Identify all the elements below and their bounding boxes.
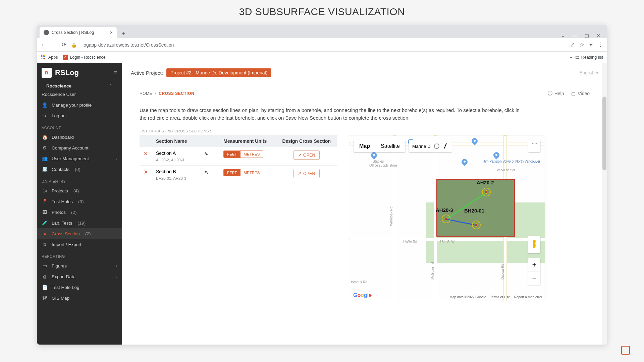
borehole-marker[interactable] (482, 188, 491, 196)
polyline-icon[interactable]: 〳 (443, 143, 448, 149)
streetview-pegman-icon[interactable] (528, 236, 540, 253)
active-project-chip[interactable]: Project #2 - Marine Dr, Development (Imp… (166, 68, 271, 77)
sidebar-item-exportdata[interactable]: ⎙Export Data› (37, 271, 122, 282)
svg-point-2 (533, 240, 536, 243)
sidebar-item-figures[interactable]: ▭Figures› (37, 260, 122, 271)
bookmark-login[interactable]: c Login - Rocscience (63, 55, 106, 60)
maximize-icon[interactable]: ▢ (585, 33, 589, 38)
tabs-dropdown-icon[interactable]: ⌄ (561, 33, 565, 38)
corner-expand-icon[interactable] (621, 346, 630, 355)
section-name[interactable]: Section A (156, 150, 176, 156)
map-type-toggle[interactable]: Map Satellite (354, 140, 405, 152)
crosssection-count: (2) (85, 231, 91, 236)
bookmarks-overflow-icon[interactable]: » (570, 55, 572, 60)
tenant-block[interactable]: Rocscience ⌃ Rocscience User (37, 81, 122, 100)
road-label: 15th St W (440, 240, 454, 244)
scrollbar-thumb[interactable] (602, 97, 606, 170)
section-name[interactable]: Section B (156, 169, 176, 174)
map-poi-icon[interactable] (371, 152, 377, 160)
map-selector-text: Marine D (412, 144, 431, 149)
refresh-icon[interactable] (434, 143, 439, 149)
sidebar-item-labtests[interactable]: 🧪Lab. Tests(19) (37, 218, 122, 228)
edit-icon[interactable]: ✎ (204, 170, 208, 175)
edit-icon[interactable]: ✎ (204, 151, 208, 157)
section-holes: BH20-01, AH20-3 (156, 176, 215, 180)
sidebar-item-import-export[interactable]: ⇅Import / Export (37, 239, 122, 250)
sidebar-item-dashboard[interactable]: 🏠Dashboard (37, 132, 122, 142)
sidebar-item-company[interactable]: ⚙Company Account (37, 142, 122, 153)
unit-metres[interactable]: METRES (240, 151, 263, 158)
map-section-selector[interactable]: Marine D 〳 (409, 140, 452, 152)
extensions-icon[interactable]: ✦ (589, 42, 593, 48)
browser-tab[interactable]: Cross Section | RSLog × (40, 27, 117, 38)
map-type-satellite[interactable]: Satellite (375, 140, 405, 152)
minimize-icon[interactable]: — (573, 33, 577, 38)
lock-icon[interactable]: 🔒 (71, 42, 77, 48)
breadcrumb-home[interactable]: HOME (140, 91, 152, 96)
sidebar-item-contacts[interactable]: 📇Contacts(0) (37, 164, 122, 175)
borehole-marker[interactable] (442, 215, 450, 223)
map-terms[interactable]: Terms of Use (490, 295, 510, 299)
install-app-icon[interactable]: ⤢ (570, 42, 575, 48)
map-type-map[interactable]: Map (354, 140, 375, 152)
favicon-icon (44, 30, 49, 35)
kebab-menu-icon[interactable]: ⋮ (598, 42, 603, 48)
brand-name: RSLog (55, 68, 79, 77)
sidebar-item-projects[interactable]: 🗂Projects(4) (37, 185, 122, 196)
zoom-out-icon[interactable]: − (528, 272, 540, 285)
fullscreen-icon[interactable]: ⛶ (528, 140, 540, 152)
close-window-icon[interactable]: ✕ (596, 33, 600, 38)
map-poi-icon[interactable] (493, 152, 499, 160)
sidebar-item-gismap[interactable]: 🗺GIS Map (37, 293, 122, 303)
close-tab-icon[interactable]: × (110, 30, 113, 35)
sidebar-item-logout[interactable]: ↪ Log out (37, 110, 122, 121)
url-bar: ← → ⟳ 🔒 ilogapp-dev.azurewebsites.net/Cr… (37, 38, 607, 52)
map-label: Jim Pattison Volvo of North Vancouver (483, 160, 540, 163)
sidebar-item-photos[interactable]: 🖼Photos(2) (37, 207, 122, 218)
open-button[interactable]: ↗OPEN (293, 169, 319, 178)
new-tab-button[interactable]: + (119, 29, 128, 38)
unit-metres[interactable]: METRES (240, 169, 263, 176)
sidebar-item-testholes[interactable]: 📍Test Holes(3) (37, 196, 122, 207)
back-icon[interactable]: ← (41, 42, 47, 48)
sidebar-item-profile[interactable]: 👤 Manage your profile (37, 100, 122, 110)
scrollbar[interactable] (602, 63, 607, 345)
photos-count: (2) (71, 210, 77, 215)
sidebar-item-testholelog[interactable]: 📄Test Hole Log (37, 282, 122, 293)
star-icon[interactable]: ☆ (579, 42, 584, 48)
apps-shortcut[interactable]: Apps (41, 55, 58, 60)
delete-row-icon[interactable]: ✕ (144, 151, 148, 157)
map-poi-icon[interactable] (472, 138, 478, 146)
map-panel[interactable]: Park LAWA Rd 15th St W Whonoak Rd McGuir… (349, 135, 545, 301)
log-icon: 📄 (42, 285, 48, 290)
open-button[interactable]: ↗OPEN (293, 150, 319, 160)
road-label: tsmauk Rd (351, 280, 367, 284)
map-poi-icon[interactable] (462, 159, 468, 167)
testholes-icon: 📍 (42, 199, 48, 204)
sidebar-toggle-icon[interactable]: ≡ (114, 69, 117, 76)
unit-feet[interactable]: FEET (224, 151, 240, 158)
col-design: Design Cross Section (276, 135, 337, 147)
zoom-in-icon[interactable]: + (528, 258, 540, 272)
language-selector[interactable]: English ▾ (579, 70, 598, 75)
reload-icon[interactable]: ⟳ (62, 41, 66, 48)
map-report[interactable]: Report a map error (514, 295, 542, 299)
delete-row-icon[interactable]: ✕ (144, 169, 148, 175)
map-label: Volvo dealer (497, 168, 515, 172)
photos-label: Photos (52, 210, 66, 215)
unit-feet[interactable]: FEET (224, 169, 240, 176)
unit-toggle[interactable]: FEET METRES (223, 169, 263, 176)
unit-toggle[interactable]: FEET METRES (223, 150, 263, 158)
url-text[interactable]: ilogapp-dev.azurewebsites.net/CrossSecti… (82, 42, 174, 48)
crosssection-icon: ⸙ (42, 231, 48, 236)
borehole-marker[interactable] (472, 221, 481, 229)
video-link[interactable]: ▢Video (571, 90, 590, 97)
sidebar-item-users[interactable]: 👥User Management› (37, 153, 122, 164)
users-label: User Management (52, 156, 89, 161)
help-link[interactable]: ⓘHelp (548, 90, 564, 97)
company-label: Company Account (52, 145, 89, 150)
google-logo: Google (353, 292, 372, 298)
reading-list-icon: ▤ (575, 55, 579, 60)
sidebar-item-crosssection[interactable]: ⸙Cross Section(2) (37, 228, 122, 239)
reading-list[interactable]: ▤ Reading list (575, 55, 603, 60)
